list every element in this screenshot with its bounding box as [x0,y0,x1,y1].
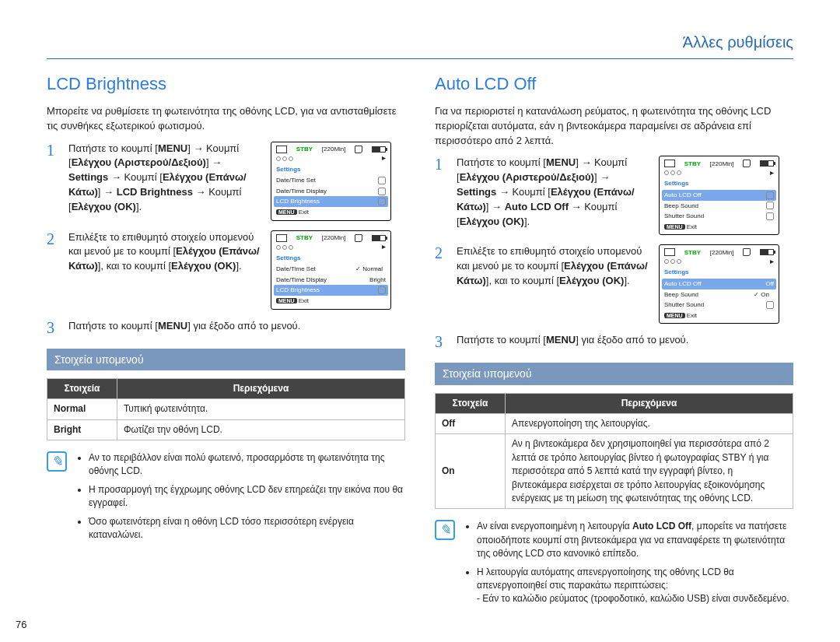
auto-step1-text: Πατήστε το κουμπί [MENU] → Κουμπί [Ελέγχ… [457,156,651,229]
sd-icon [743,160,751,167]
auto-mini-screen-1: STBY [220Min] ▸ Settings Auto LCD Off [659,156,779,235]
menu-item: Date/Time Set ✓ Normal [274,264,388,275]
menu-button-icon: MENU [276,209,297,215]
lcd-mini-screen-1: STBY [220Min] ▸ Settings Date/Time Set [271,142,391,221]
settings-label: Settings [274,163,388,176]
cell-key: Normal [47,399,117,419]
lcd-step3-text: Πατήστε το κουμπί [MENU] για έξοδο από τ… [68,319,405,334]
submenu-heading: Στοιχεία υπομενού [47,349,405,370]
menu-item: Date/Time Display [274,186,388,197]
cell-key: Bright [47,419,117,440]
tab-dots [664,170,681,175]
lcd-step1-text: Πατήστε το κουμπί [MENU] → Κουμπί [Ελέγχ… [68,142,263,215]
stby-label: STBY [296,145,313,154]
arrow-right-icon: ▸ [382,241,386,253]
menu-item: Shutter Sound [662,211,776,222]
auto-mini-screen-2: STBY [220Min] ▸ Settings Auto LCD Off [659,244,779,324]
table-row: On Αν η βιντεοκάμερα δεν χρησιμοποιηθεί … [436,434,793,509]
arrow-right-icon: ▸ [770,256,774,268]
lcd-title: LCD Brightness [47,72,405,96]
item-icon [766,202,774,209]
auto-step2: 2 Επιλέξτε το επιθυμητό στοιχείο υπομενο… [435,244,793,324]
film-icon [276,234,287,242]
note-item: Η λειτουργία αυτόματης απενεργοποίησης τ… [477,566,793,606]
battery-icon [372,235,386,241]
menu-item-selected: Auto LCD Off Off [662,279,776,289]
note-item: Αν είναι ενεργοποιημένη η λειτουργία Aut… [477,520,793,560]
settings-label: Settings [662,266,776,279]
menu-item: Date/Time Display Bright [274,275,388,286]
auto-step1: 1 Πατήστε το κουμπί [MENU] → Κουμπί [Ελέ… [435,156,793,235]
battery-icon [760,160,774,167]
menu-button-icon: MENU [664,224,685,230]
step-number: 3 [435,333,449,350]
battery-icon [372,146,386,153]
battery-icon [760,249,774,255]
menu-exit: MENUExit [274,207,388,218]
item-icon [766,212,774,220]
sd-icon [743,248,751,256]
menu-exit: MENUExit [662,310,776,321]
film-icon [664,160,675,167]
item-icon [378,286,386,294]
menu-item-selected: LCD Brightness [274,285,388,296]
table-header: Στοιχεία [47,378,117,398]
option-off: Off [765,279,774,289]
table-row: Off Απενεργοποίηση της λειτουργίας. [436,414,793,434]
settings-label: Settings [662,177,776,190]
menu-item: Beep Sound ✓ On [662,289,776,300]
auto-intro: Για να περιοριστεί η κατανάλωση ρεύματος… [435,104,793,149]
cell-value: Απενεργοποίηση της λειτουργίας. [506,414,793,434]
lcd-submenu-table: Στοιχεία Περιεχόμενα Normal Τυπική φωτει… [47,378,405,440]
auto-step2-text: Επιλέξτε το επιθυμητό στοιχείο υπομενού … [457,244,651,289]
item-icon [378,198,386,205]
lcd-step3: 3 Πατήστε το κουμπί [MENU] για έξοδο από… [47,319,405,336]
table-header: Περιεχόμενα [506,393,793,413]
col-auto-lcd-off: Auto LCD Off Για να περιοριστεί η κατανά… [435,72,793,611]
option-normal: ✓ Normal [352,265,386,274]
rec-time: [220Min] [322,145,346,154]
col-lcd-brightness: LCD Brightness Μπορείτε να ρυθμίσετε τη … [47,72,405,611]
step-number: 3 [47,319,61,336]
lcd-notes: ✎ Αν το περιβάλλον είναι πολύ φωτεινό, π… [47,451,405,546]
table-row: Normal Τυπική φωτεινότητα. [47,399,405,419]
tab-dots [276,156,293,161]
page-number: 76 [16,618,26,633]
note-item: Όσο φωτεινότερη είναι η οθόνη LCD τόσο π… [89,515,405,542]
menu-item-selected: LCD Brightness [274,196,388,207]
menu-item-selected: Auto LCD Off [662,190,776,201]
cell-key: Off [436,414,506,434]
cell-key: On [436,434,506,509]
menu-button-icon: MENU [664,313,685,318]
item-icon [378,188,386,195]
sd-icon [355,234,362,242]
stby-label: STBY [296,233,313,243]
step-number: 2 [435,244,449,261]
note-item: Η προσαρμογή της έγχρωμης οθόνης LCD δεν… [89,483,405,510]
item-icon [378,177,386,184]
note-item: Αν το περιβάλλον είναι πολύ φωτεινό, προ… [89,451,405,479]
auto-notes: ✎ Αν είναι ενεργοποιημένη η λειτουργία A… [435,520,793,610]
auto-step3: 3 Πατήστε το κουμπί [MENU] για έξοδο από… [435,333,793,350]
sd-icon [355,146,362,153]
menu-exit: MENUExit [662,222,776,233]
item-icon [766,191,774,199]
cell-value: Αν η βιντεοκάμερα δεν χρησιμοποιηθεί για… [506,434,793,509]
lcd-mini-screen-2: STBY [220Min] ▸ Settings Date/Time Set [271,230,391,310]
menu-button-icon: MENU [276,298,297,303]
table-row: Bright Φωτίζει την οθόνη LCD. [47,419,405,440]
menu-exit: MENUExit [274,296,388,307]
section-header: Άλλες ρυθμίσεις [47,31,793,59]
lcd-step2-text: Επιλέξτε το επιθυμητό στοιχείο υπομενού … [68,230,263,275]
table-header: Περιεχόμενα [117,378,405,398]
submenu-heading: Στοιχεία υπομενού [435,363,793,384]
lcd-step2: 2 Επιλέξτε το επιθυμητό στοιχείο υπομενο… [47,230,405,310]
item-icon [766,301,774,309]
rec-time: [220Min] [322,233,346,243]
settings-label: Settings [274,252,388,265]
rec-time: [220Min] [710,160,734,169]
step-number: 2 [47,230,61,247]
menu-item: Beep Sound [662,201,776,212]
arrow-right-icon: ▸ [770,167,774,179]
cell-value: Φωτίζει την οθόνη LCD. [117,419,405,440]
